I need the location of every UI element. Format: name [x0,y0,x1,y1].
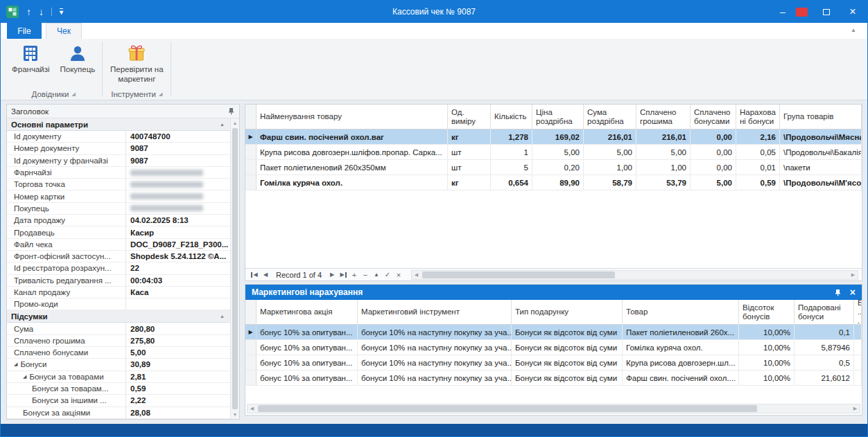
marketing-row-cell[interactable]: 10,00% [739,371,795,386]
dialog-launcher-icon[interactable]: ◢ [159,91,162,97]
property-row[interactable]: Фарнчайзі [7,167,230,179]
nav-cancel-button[interactable]: × [393,270,404,280]
marketing-row-cell[interactable] [854,340,862,355]
marketing-row-cell[interactable]: бонуси 10% на наступну покупку за уча... [358,355,512,371]
item-row-cell[interactable]: 0,00 [691,130,736,145]
app-icon[interactable] [6,6,19,18]
property-value[interactable]: 04.02.2025 8:13 [126,215,230,226]
property-group-header[interactable]: Основні параметри▲ [7,118,230,131]
item-row-cell[interactable]: \Продовольчі\Бакалія [780,145,862,160]
marketing-row-cell[interactable]: Бонуси як відсоток від суми [512,325,623,340]
column-header[interactable]: Кількість [491,105,532,130]
property-group-header[interactable]: Підсумки▲ [7,310,230,323]
column-header[interactable]: Сума роздрібна [584,105,636,130]
nav-next-button[interactable]: ▶ [327,270,338,280]
scroll-left-icon[interactable]: ◀ [412,271,421,279]
item-row-cell[interactable]: 216,01 [636,130,691,145]
property-value[interactable] [126,203,230,214]
nav-last-button[interactable]: ▶ [338,270,349,280]
property-row[interactable]: Сплачено бонусами5,00 [7,347,230,359]
item-row-cell[interactable]: \пакети [780,160,862,175]
nav-delete-button[interactable]: − [360,270,371,280]
property-value[interactable]: 2,22 [126,395,230,406]
scroll-up-icon[interactable]: ▲ [231,118,239,127]
marketing-row-cell[interactable]: 10,00% [739,340,795,355]
row-indicator[interactable]: ▶ [245,325,257,340]
scrollbar-thumb[interactable] [258,405,757,412]
property-value[interactable]: 280,80 [126,323,230,334]
item-row-cell[interactable]: 0,05 [736,145,780,160]
marketing-row-cell[interactable]: бонуси 10% на наступну покупку за уча... [358,325,512,340]
property-value[interactable] [126,298,230,310]
row-indicator[interactable] [245,340,257,355]
marketing-row-cell[interactable]: бонус 10% за опитуван... [257,325,358,340]
item-row-cell[interactable]: Гомілка куряча охол. [257,175,448,190]
property-row[interactable]: Бонуси за іншими ...2,22 [7,395,230,407]
scroll-right-icon[interactable]: ▶ [849,271,858,279]
item-row-cell[interactable]: 0,00 [691,145,736,160]
minimize-button[interactable]: – [772,3,793,20]
property-row[interactable]: Промо-коди [7,298,230,310]
marketing-row-cell[interactable] [854,355,862,371]
item-row-cell[interactable]: 2,16 [736,130,780,145]
row-indicator[interactable] [245,355,257,371]
tree-expander-icon[interactable]: ◢ [14,362,17,367]
scrollbar-thumb[interactable] [422,271,615,278]
property-row[interactable]: Номер документу9087 [7,143,230,154]
property-value[interactable] [126,190,230,202]
item-row-cell[interactable]: кг [448,175,491,190]
marketing-row-cell[interactable]: бонуси 10% на наступну покупку за уча... [358,340,512,355]
qat-customize-button[interactable]: ▾ [60,8,63,15]
property-value[interactable]: Касир [126,226,230,238]
column-header[interactable]: Найменування товару [257,105,448,130]
group-collapse-icon[interactable]: ▲ [220,314,225,319]
item-row-cell[interactable]: 0,654 [491,175,532,190]
titlebar[interactable]: ↑ ↓ ▾ Кассовий чек № 9087 – × [1,1,867,23]
item-row-cell[interactable]: 5,00 [691,175,736,190]
scrollbar-thumb[interactable] [232,128,238,409]
dialog-launcher-icon[interactable]: ◢ [71,91,75,97]
scrollbar-track[interactable] [257,404,851,413]
scroll-left-icon[interactable]: ◀ [248,404,257,413]
item-row-cell[interactable]: шт [448,160,491,175]
item-row-cell[interactable]: кг [448,130,491,145]
property-value[interactable]: 275,80 [126,335,230,346]
nav-append-button[interactable]: + [349,270,360,280]
property-value[interactable]: 22 [126,262,230,274]
qat-down-button[interactable]: ↓ [39,6,44,17]
property-value[interactable]: 400748700 [126,131,230,142]
item-row-cell[interactable]: 169,02 [532,130,584,145]
property-row[interactable]: Фронт-офісний застосун...Shopdesk 5.24.1… [7,251,230,262]
item-row-cell[interactable]: \Продовольчі\М'ясо [780,175,862,190]
item-row-cell[interactable]: 1,00 [584,160,636,175]
marketing-horizontal-scrollbar[interactable]: ◀ ▶ [247,404,860,413]
column-header[interactable]: Товар [623,300,739,325]
check-marketing-button[interactable]: Перевірити на маркетинг [105,40,168,85]
property-value[interactable]: 9087 [126,143,230,154]
marketing-row-cell[interactable]: бонус 10% за опитуван... [257,340,358,355]
column-header[interactable]: Маркетингова акція [257,300,358,325]
property-value[interactable]: 2,81 [126,371,230,382]
property-value[interactable] [126,179,230,190]
tab-chek[interactable]: Чек [46,23,82,39]
column-header[interactable]: Відсоток бонусів [739,300,795,325]
item-row-cell[interactable]: 53,79 [636,175,691,190]
marketing-row-cell[interactable]: 5,87946 [795,340,854,355]
item-row-cell[interactable]: 58,79 [584,175,636,190]
column-header[interactable]: Сплачено грошима [636,105,691,130]
ribbon-collapse-button[interactable]: ▲ [851,27,856,33]
property-value[interactable]: 5,00 [126,347,230,358]
row-indicator[interactable] [245,371,257,386]
marketing-row-cell[interactable]: Гомілка куряча охол. [623,340,739,355]
item-row-cell[interactable]: 1,278 [491,130,532,145]
row-indicator[interactable]: ▶ [245,130,257,145]
scrollbar-track[interactable] [231,127,239,410]
property-value[interactable]: 0,59 [126,383,230,394]
scroll-right-icon[interactable]: ▶ [851,404,860,413]
franchise-button[interactable]: Франчайзі [8,40,54,76]
nav-prev-button[interactable]: ◀ [260,270,271,280]
scroll-down-icon[interactable]: ▼ [231,410,239,419]
item-row-cell[interactable]: Крупа рисова довгозерн.шліфов.пропар. Са… [257,145,448,160]
column-header[interactable]: Маркетинговий інструмент [358,300,512,325]
row-indicator[interactable] [245,175,257,190]
